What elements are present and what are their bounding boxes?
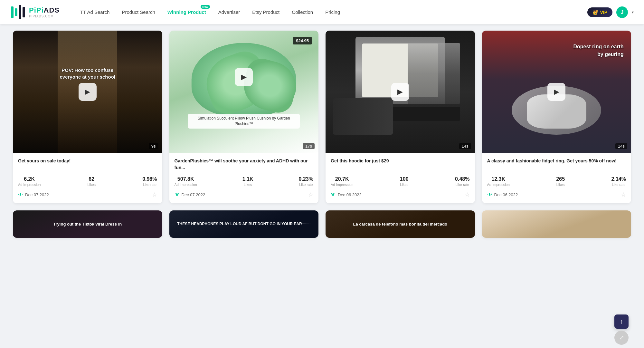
duration-badge-2: 17s <box>303 143 315 149</box>
stat-likerate-4: 2.14% Like rate <box>611 176 626 187</box>
nav-product-search[interactable]: Product Search <box>117 7 160 17</box>
crown-icon: 👑 <box>592 10 598 15</box>
nav-pricing[interactable]: Pricing <box>320 7 345 17</box>
card-body-2: GardenPlushies™ will soothe your anxiety… <box>169 153 319 203</box>
eye-icon-4: 👁 <box>487 192 492 198</box>
nav-etsy-product[interactable]: Etsy Product <box>247 7 285 17</box>
svg-rect-3 <box>23 7 25 17</box>
stats-row-2: 507.8K Ad Impression 1.1K Likes 0.23% Li… <box>175 176 314 187</box>
stats-row-3: 20.7K Ad Impression 100 Likes 0.48% Like… <box>331 176 470 187</box>
main-nav: TT Ad Search Product Search Winning Prod… <box>75 7 587 17</box>
nav-advertiser[interactable]: Advertiser <box>213 7 245 17</box>
video-overlay-text-1: POV: How too confuseeveryone at your sch… <box>28 67 147 80</box>
card-title-1: Get yours on sale today! <box>18 158 157 172</box>
logo-text: PiPiADS PIPIADS.COM <box>29 6 60 18</box>
card-video-2: $24.95 Simulation Succulent Pillow Plush… <box>169 31 319 153</box>
stat-impression-1: 6.2K Ad Impression <box>18 176 41 187</box>
svg-rect-0 <box>11 6 14 18</box>
card-title-2: GardenPlushies™ will soothe your anxiety… <box>175 158 314 172</box>
svg-rect-2 <box>19 5 21 19</box>
date-3: Dec 06 2022 <box>338 192 362 197</box>
ad-card-bottom-4[interactable] <box>482 210 631 238</box>
duration-badge-3: 14s <box>459 143 471 149</box>
card-video-4: Dopest ring on earth by geuring ▶ 14s <box>482 31 631 153</box>
star-icon-2[interactable]: ☆ <box>308 191 313 198</box>
ad-card-1[interactable]: POV: How too confuseeveryone at your sch… <box>13 31 162 203</box>
bottom-card-text-1: Trying out the Tiktok viral Dress in <box>51 219 124 229</box>
date-row-2: 👁 Dec 07 2022 <box>175 192 205 198</box>
stats-row-4: 12.3K Ad Impression 265 Likes 2.14% Like… <box>487 176 626 187</box>
bottom-card-grid: Trying out the Tiktok viral Dress in THE… <box>13 210 631 238</box>
card-title-3: Get this hoodie for just $29 <box>331 158 470 172</box>
ad-card-bottom-1[interactable]: Trying out the Tiktok viral Dress in <box>13 210 162 238</box>
play-button-3[interactable]: ▶ <box>391 83 409 101</box>
stats-row-1: 6.2K Ad Impression 62 Likes 0.98% Like r… <box>18 176 157 187</box>
vip-button[interactable]: 👑 VIP <box>587 7 612 17</box>
card-video-3: ▶ 14s <box>326 31 475 153</box>
card-video-1: POV: How too confuseeveryone at your sch… <box>13 31 162 153</box>
card-title-4: A classy and fashionable fidget ring. Ge… <box>487 158 626 172</box>
stat-likes-2: 1.1K Likes <box>242 176 253 187</box>
play-button-2[interactable]: ▶ <box>235 68 253 86</box>
avatar[interactable]: J <box>616 6 628 18</box>
ad-card-3[interactable]: ▶ 14s Get this hoodie for just $29 20.7K… <box>326 31 475 203</box>
date-4: Dec 06 2022 <box>494 192 518 197</box>
nav-tt-ad-search[interactable]: TT Ad Search <box>75 7 115 17</box>
star-icon-4[interactable]: ☆ <box>621 191 626 198</box>
nav-collection[interactable]: Collection <box>287 7 318 17</box>
date-1: Dec 07 2022 <box>25 192 49 197</box>
card-body-3: Get this hoodie for just $29 20.7K Ad Im… <box>326 153 475 203</box>
ad-card-bottom-2[interactable]: THESE HEADPHONES PLAY LOUD AF BUT DONT G… <box>169 210 319 238</box>
play-button-1[interactable]: ▶ <box>79 83 97 101</box>
new-badge: New <box>201 5 210 9</box>
date-row-1: 👁 Dec 07 2022 <box>18 192 49 198</box>
logo-icon <box>10 5 26 20</box>
svg-rect-1 <box>15 8 17 16</box>
main-content: POV: How too confuseeveryone at your sch… <box>0 24 644 244</box>
stat-likes-3: 100 Likes <box>400 176 409 187</box>
nav-winning-product[interactable]: Winning Product New <box>162 7 211 17</box>
stat-likes-4: 265 Likes <box>556 176 565 187</box>
header-right: 👑 VIP J ▾ <box>587 6 634 18</box>
card-footer-3: 👁 Dec 06 2022 ☆ <box>331 191 470 198</box>
date-row-4: 👁 Dec 06 2022 <box>487 192 518 198</box>
play-button-4[interactable]: ▶ <box>547 83 565 101</box>
bottom-card-text-2: THESE HEADPHONES PLAY LOUD AF BUT DONT G… <box>175 219 313 229</box>
stat-likerate-2: 0.23% Like rate <box>299 176 313 187</box>
header: PiPiADS PIPIADS.COM TT Ad Search Product… <box>0 0 644 24</box>
stat-impression-2: 507.8K Ad Impression <box>175 176 197 187</box>
product-label-2: Simulation Succulent Pillow Plush Cushio… <box>188 114 300 129</box>
logo-main: PiPiADS <box>29 6 60 15</box>
card-footer-4: 👁 Dec 06 2022 ☆ <box>487 191 626 198</box>
card-footer-1: 👁 Dec 07 2022 ☆ <box>18 191 157 198</box>
bottom-card-text-3: La carcasa de teléfono más bonita del me… <box>350 219 450 229</box>
price-tag-2: $24.95 <box>293 37 312 44</box>
duration-badge-4: 14s <box>615 143 627 149</box>
duration-badge-1: 9s <box>149 143 158 149</box>
stat-likerate-3: 0.48% Like rate <box>455 176 469 187</box>
logo-sub: PIPIADS.COM <box>29 15 60 18</box>
logo[interactable]: PiPiADS PIPIADS.COM <box>10 5 60 20</box>
date-row-3: 👁 Dec 06 2022 <box>331 192 362 198</box>
star-icon-3[interactable]: ☆ <box>465 191 470 198</box>
stat-impression-4: 12.3K Ad Impression <box>487 176 510 187</box>
card-footer-2: 👁 Dec 07 2022 ☆ <box>175 191 314 198</box>
chevron-down-icon[interactable]: ▾ <box>632 10 634 15</box>
ad-card-4[interactable]: Dopest ring on earth by geuring ▶ 14s A … <box>482 31 631 203</box>
eye-icon-2: 👁 <box>175 192 180 198</box>
card-body-4: A classy and fashionable fidget ring. Ge… <box>482 153 631 203</box>
eye-icon-1: 👁 <box>18 192 23 198</box>
star-icon-1[interactable]: ☆ <box>152 191 157 198</box>
stat-impression-3: 20.7K Ad Impression <box>331 176 353 187</box>
card-body-1: Get yours on sale today! 6.2K Ad Impress… <box>13 153 162 203</box>
card-grid: POV: How too confuseeveryone at your sch… <box>13 31 631 203</box>
ad-card-bottom-3[interactable]: La carcasa de teléfono más bonita del me… <box>326 210 475 238</box>
eye-icon-3: 👁 <box>331 192 336 198</box>
ad-card-2[interactable]: $24.95 Simulation Succulent Pillow Plush… <box>169 31 319 203</box>
stat-likes-1: 62 Likes <box>87 176 96 187</box>
stat-likerate-1: 0.98% Like rate <box>142 176 157 187</box>
date-2: Dec 07 2022 <box>182 192 205 197</box>
